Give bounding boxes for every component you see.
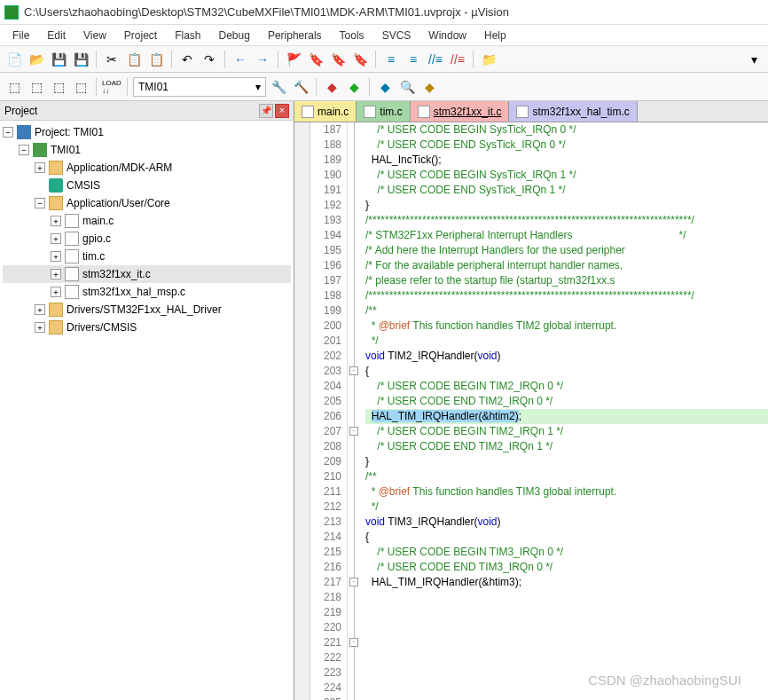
menu-debug[interactable]: Debug: [212, 28, 257, 43]
editor-tab[interactable]: stm32f1xx_it.c: [411, 101, 510, 122]
tree-file[interactable]: +gpio.c: [3, 230, 291, 248]
tree-icon: [49, 196, 63, 210]
menu-window[interactable]: Window: [421, 28, 474, 43]
tree-expander[interactable]: +: [51, 233, 61, 244]
rebuild-button[interactable]: ⬚: [49, 77, 68, 97]
editor-tab[interactable]: stm32f1xx_hal_tim.c: [509, 101, 637, 122]
project-tree[interactable]: −Project: TMI01−TMI01+Application/MDK-AR…: [0, 121, 294, 700]
paste-button[interactable]: 📋: [146, 50, 166, 69]
tree-icon: [49, 320, 63, 334]
bookmark-next-button[interactable]: 🔖: [328, 50, 348, 69]
menu-help[interactable]: Help: [477, 28, 513, 43]
tree-group[interactable]: −Application/User/Core: [3, 194, 291, 212]
tree-expander[interactable]: +: [51, 216, 61, 226]
tree-icon: [65, 267, 79, 281]
copy-button[interactable]: 📋: [124, 50, 144, 69]
toolbar-dropdown[interactable]: ▾: [744, 50, 764, 69]
books-button[interactable]: ◆: [375, 77, 395, 97]
open-file-button[interactable]: 📂: [27, 50, 46, 69]
bookmark-prev-button[interactable]: 🔖: [306, 50, 325, 69]
select-packs-button[interactable]: ◆: [344, 77, 364, 97]
fold-toggle[interactable]: -: [349, 638, 358, 647]
options-button[interactable]: 🔧: [269, 77, 288, 97]
tree-group[interactable]: +Application/MDK-ARM: [3, 159, 291, 177]
undo-button[interactable]: ↶: [177, 50, 197, 69]
separator: [375, 51, 376, 68]
app-icon: [4, 5, 19, 20]
tree-label: TMI01: [51, 144, 81, 156]
build-button[interactable]: ⬚: [4, 77, 24, 97]
menu-flash[interactable]: Flash: [168, 28, 208, 43]
uncomment-button[interactable]: //≡: [448, 50, 467, 69]
fold-toggle[interactable]: -: [349, 578, 358, 586]
nav-back-button[interactable]: ←: [231, 50, 250, 69]
tree-file[interactable]: +tim.c: [3, 248, 291, 265]
menu-view[interactable]: View: [76, 28, 114, 43]
debug-button[interactable]: 🔍: [397, 77, 417, 97]
editor-tab[interactable]: tim.c: [357, 101, 410, 122]
code-content[interactable]: /* USER CODE BEGIN SysTick_IRQn 0 */ /* …: [362, 122, 768, 700]
separator: [96, 51, 97, 68]
tree-expander[interactable]: +: [51, 269, 61, 279]
menu-edit[interactable]: Edit: [40, 28, 73, 43]
fold-margin[interactable]: ----: [348, 122, 362, 700]
outdent-button[interactable]: ≡: [404, 50, 423, 69]
titlebar: C:\Users\zhaohaobing\Desktop\STM32\CubeM…: [0, 0, 768, 25]
menu-file[interactable]: File: [5, 28, 36, 43]
save-all-button[interactable]: 💾: [71, 50, 90, 69]
tree-label: Application/MDK-ARM: [67, 161, 172, 174]
indent-button[interactable]: ≡: [381, 50, 401, 69]
tree-icon: [65, 285, 79, 299]
tree-expander[interactable]: +: [35, 322, 45, 333]
nav-forward-button[interactable]: →: [253, 50, 272, 69]
build-toolbar: ⬚ ⬚ ⬚ ⬚ LOAD↓↓ TMI01 ▾ 🔧 🔨 ◆ ◆ ◆ 🔍 ◆: [0, 73, 768, 101]
tree-expander[interactable]: +: [51, 287, 61, 297]
tree-expander[interactable]: +: [51, 251, 61, 262]
panel-pin-button[interactable]: 📌: [259, 104, 273, 118]
batch-build-button[interactable]: ⬚: [71, 77, 90, 97]
pack-installer-button[interactable]: ◆: [419, 77, 439, 97]
bookmark-toggle-button[interactable]: 🚩: [284, 50, 303, 69]
tree-group[interactable]: +Drivers/CMSIS: [3, 319, 291, 336]
save-button[interactable]: 💾: [49, 50, 68, 69]
manage-rt-env-button[interactable]: ◆: [322, 77, 341, 97]
bookmark-clear-button[interactable]: 🔖: [350, 50, 370, 69]
tree-expander[interactable]: +: [35, 304, 45, 315]
tree-target[interactable]: −TMI01: [3, 141, 291, 159]
menu-svcs[interactable]: SVCS: [375, 28, 419, 43]
target-selector[interactable]: TMI01 ▾: [133, 77, 266, 97]
build-target-button[interactable]: ⬚: [27, 77, 46, 97]
breakpoint-margin[interactable]: [294, 122, 310, 700]
tree-root[interactable]: −Project: TMI01: [3, 123, 291, 141]
tree-expander[interactable]: −: [19, 145, 29, 155]
code-editor[interactable]: 1871881891901911921931941951961971981992…: [294, 122, 768, 700]
tree-file[interactable]: +stm32f1xx_it.c: [3, 265, 291, 283]
tree-expander[interactable]: +: [35, 162, 45, 173]
editor-tab[interactable]: main.c: [294, 101, 357, 122]
fold-toggle[interactable]: -: [349, 427, 358, 436]
target-options-button[interactable]: 🔨: [291, 77, 310, 97]
redo-button[interactable]: ↷: [200, 50, 219, 69]
fold-toggle[interactable]: -: [349, 366, 358, 375]
menu-project[interactable]: Project: [117, 28, 164, 43]
separator: [224, 51, 225, 68]
tree-expander[interactable]: −: [3, 127, 13, 138]
tree-expander[interactable]: −: [35, 198, 45, 208]
tree-group[interactable]: CMSIS: [3, 177, 291, 194]
tree-file[interactable]: +stm32f1xx_hal_msp.c: [3, 283, 291, 301]
tree-label: Drivers/STM32F1xx_HAL_Driver: [67, 303, 222, 316]
tree-group[interactable]: +Drivers/STM32F1xx_HAL_Driver: [3, 301, 291, 319]
panel-close-button[interactable]: ×: [275, 104, 289, 118]
tree-file[interactable]: +main.c: [3, 212, 291, 230]
new-file-button[interactable]: 📄: [4, 50, 24, 69]
find-button[interactable]: 📁: [479, 50, 498, 69]
tree-label: tim.c: [82, 250, 105, 263]
comment-button[interactable]: //≡: [426, 50, 445, 69]
menubar: FileEditViewProjectFlashDebugPeripherals…: [0, 25, 768, 46]
tree-icon: [49, 161, 63, 175]
menu-peripherals[interactable]: Peripherals: [261, 28, 329, 43]
cut-button[interactable]: ✂: [102, 50, 121, 69]
menu-tools[interactable]: Tools: [333, 28, 372, 43]
tab-label: main.c: [317, 106, 349, 118]
download-button[interactable]: LOAD↓↓: [102, 77, 121, 97]
